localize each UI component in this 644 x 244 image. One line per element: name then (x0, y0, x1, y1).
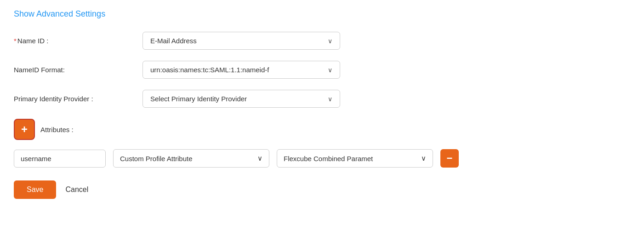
name-id-selected-value: E-Mail Address (150, 37, 197, 45)
attribute-type-select[interactable]: Custom Profile Attribute ∨ (113, 149, 269, 168)
attribute-param-select[interactable]: Flexcube Combined Paramet ∨ (277, 149, 433, 168)
name-id-label: *Name ID : (14, 37, 142, 45)
show-advanced-settings-link[interactable]: Show Advanced Settings (14, 9, 105, 19)
attribute-param-value: Flexcube Combined Paramet (284, 155, 373, 163)
attribute-type-value: Custom Profile Attribute (120, 155, 193, 163)
attributes-header-row: + Attributes : (14, 119, 630, 140)
nameid-format-selected-value: urn:oasis:names:tc:SAML:1.1:nameid-f (150, 66, 269, 74)
remove-attribute-button[interactable]: − (440, 149, 459, 168)
nameid-format-chevron-icon: ∨ (328, 66, 332, 74)
name-id-required-asterisk: * (14, 37, 17, 45)
attribute-row: Custom Profile Attribute ∨ Flexcube Comb… (14, 149, 630, 168)
nameid-format-label: NameID Format: (14, 66, 142, 74)
primary-idp-chevron-icon: ∨ (328, 95, 332, 103)
primary-idp-select[interactable]: Select Primary Identity Provider ∨ (142, 90, 340, 108)
save-button[interactable]: Save (14, 180, 56, 199)
name-id-row: *Name ID : E-Mail Address ∨ (14, 32, 630, 50)
action-row: Save Cancel (14, 180, 630, 199)
attribute-type-chevron-icon: ∨ (257, 154, 262, 163)
nameid-format-row: NameID Format: urn:oasis:names:tc:SAML:1… (14, 61, 630, 79)
attribute-name-input[interactable] (14, 150, 106, 168)
nameid-format-select[interactable]: urn:oasis:names:tc:SAML:1.1:nameid-f ∨ (142, 61, 340, 79)
name-id-select[interactable]: E-Mail Address ∨ (142, 32, 340, 50)
primary-idp-label: Primary Identity Provider : (14, 95, 142, 103)
add-attribute-button[interactable]: + (14, 119, 35, 140)
attribute-param-chevron-icon: ∨ (421, 154, 426, 163)
primary-idp-row: Primary Identity Provider : Select Prima… (14, 90, 630, 108)
primary-idp-selected-value: Select Primary Identity Provider (150, 95, 247, 103)
name-id-chevron-icon: ∨ (328, 37, 332, 45)
cancel-button[interactable]: Cancel (65, 186, 88, 194)
attributes-label: Attributes : (40, 126, 74, 134)
